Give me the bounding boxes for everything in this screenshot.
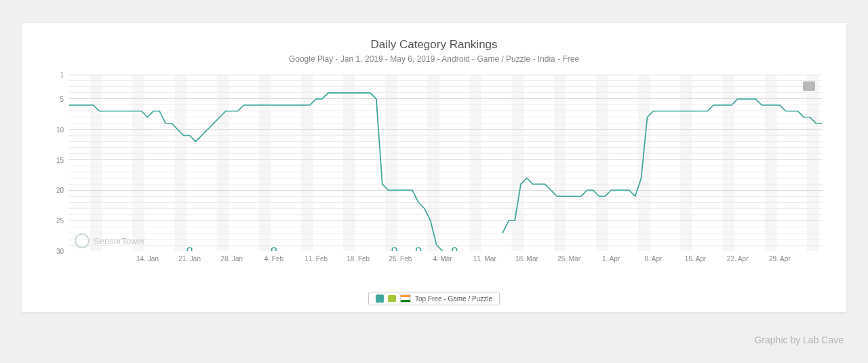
chart-subtitle: Google Play - Jan 1, 2019 - May 6, 2019 … [22, 54, 846, 64]
plot-canvas: SensorTower [69, 75, 822, 251]
x-axis: 14. Jan21. Jan28. Jan4. Feb11. Feb18. Fe… [69, 255, 822, 265]
plot-area: 151015202530 SensorTower 14. Jan21. Jan2… [49, 75, 822, 271]
legend[interactable]: Top Free - Game / Puzzle [368, 292, 500, 305]
y-tick-label: 10 [56, 126, 64, 133]
x-tick-label: 29. Apr [769, 255, 791, 263]
x-tick-label: 4. Mar [433, 255, 452, 263]
legend-label: Top Free - Game / Puzzle [415, 295, 492, 303]
y-tick-label: 5 [60, 95, 64, 102]
x-tick-label: 4. Feb [264, 255, 283, 263]
x-tick-label: 11. Mar [473, 255, 496, 263]
sensortower-logo-icon [75, 233, 90, 248]
x-tick-label: 25. Mar [557, 255, 580, 263]
series-svg [69, 75, 822, 251]
india-flag-icon [400, 294, 411, 303]
x-tick-label: 25. Feb [389, 255, 412, 263]
chart-card: Daily Category Rankings Google Play - Ja… [22, 23, 846, 312]
y-tick-label: 20 [56, 187, 64, 194]
y-axis: 151015202530 [49, 75, 65, 251]
x-tick-label: 11. Feb [304, 255, 328, 263]
y-tick-label: 30 [56, 248, 64, 255]
x-tick-label: 28. Jan [220, 255, 243, 263]
y-tick-label: 25 [56, 217, 64, 225]
x-tick-label: 18. Feb [347, 255, 370, 263]
legend-swatch-icon [376, 294, 384, 303]
y-tick-label: 1 [60, 71, 64, 79]
x-tick-label: 15. Apr [685, 255, 707, 263]
export-badge[interactable] [803, 81, 815, 91]
watermark-text: SensorTower [94, 236, 145, 246]
x-tick-label: 18. Mar [515, 255, 538, 263]
data-source-watermark: SensorTower [75, 233, 145, 248]
x-tick-label: 22. Apr [727, 255, 749, 263]
x-tick-label: 8. Apr [644, 255, 662, 263]
x-tick-label: 1. Apr [602, 255, 620, 263]
x-tick-label: 14. Jan [136, 255, 159, 263]
attribution-text: Graphic by Lab Cave [754, 335, 844, 345]
x-tick-label: 21. Jan [178, 255, 201, 263]
y-tick-label: 15 [56, 156, 64, 164]
android-icon [388, 295, 396, 302]
chart-title: Daily Category Rankings [22, 38, 846, 52]
